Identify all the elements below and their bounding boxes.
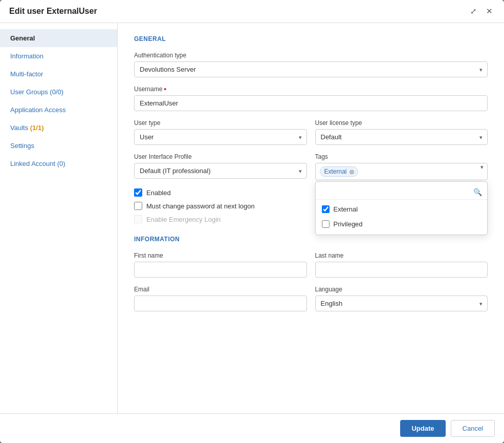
user-license-select-wrapper: Default (315, 129, 488, 145)
sidebar-label-linked-account: Linked Account (0) (10, 160, 65, 167)
main-content: GENERAL Authentication type Devolutions … (118, 23, 504, 413)
ui-profile-select[interactable]: Default (IT professional) (134, 163, 307, 179)
language-select-wrapper: English (315, 296, 488, 311)
sidebar-item-vaults[interactable]: Vaults (1/1) (0, 119, 117, 137)
tags-search-input[interactable] (321, 188, 474, 196)
modal-body: General Information Multi-factor User Gr… (0, 23, 504, 413)
auth-type-label: Authentication type (134, 52, 488, 59)
ui-profile-label: User Interface Profile (134, 153, 307, 160)
emergency-login-label: Enable Emergency Login (146, 216, 221, 223)
tag-privileged-option-label: Privileged (334, 220, 363, 228)
first-name-group: First name (134, 252, 307, 278)
auth-type-group: Authentication type Devolutions Server (134, 52, 488, 77)
change-password-label: Must change password at next logon (146, 202, 255, 210)
modal-header: Edit user ExternalUser ⤢ ✕ (0, 0, 504, 23)
language-label: Language (315, 286, 488, 293)
tag-external-remove[interactable]: ⊗ (349, 168, 355, 175)
user-type-group: User type User (134, 119, 307, 145)
sidebar-item-user-groups[interactable]: User Groups (0/0) (0, 83, 117, 101)
user-license-label: User license type (315, 119, 488, 126)
username-group: Username • (134, 86, 488, 111)
edit-user-modal: Edit user ExternalUser ⤢ ✕ General Infor… (0, 0, 504, 443)
username-input[interactable] (134, 95, 488, 111)
change-password-checkbox[interactable] (134, 202, 142, 210)
sidebar-item-general[interactable]: General (0, 29, 117, 47)
auth-type-select-wrapper: Devolutions Server (134, 61, 488, 77)
modal-title: Edit user ExternalUser (9, 7, 97, 16)
sidebar-label-information: Information (10, 52, 43, 60)
sidebar-item-multifactor[interactable]: Multi-factor (0, 65, 117, 83)
ui-profile-select-wrapper: Default (IT professional) (134, 163, 307, 179)
tag-option-external[interactable]: External (316, 202, 488, 217)
last-name-group: Last name (315, 252, 488, 278)
tags-dropdown: 🔍 External Privileged (315, 181, 488, 235)
tag-external-checkbox[interactable] (322, 205, 330, 213)
sidebar-item-application-access[interactable]: Application Access (0, 101, 117, 119)
close-button[interactable]: ✕ (484, 6, 495, 16)
user-type-select-wrapper: User (134, 129, 307, 145)
first-name-input[interactable] (134, 262, 307, 278)
tag-privileged-checkbox[interactable] (322, 220, 330, 228)
user-type-select[interactable]: User (134, 129, 307, 145)
username-required: • (164, 86, 166, 93)
email-label: Email (134, 286, 307, 293)
email-group: Email (134, 286, 307, 311)
tags-group: Tags External ⊗ 🔍 (315, 153, 488, 180)
sidebar-item-information[interactable]: Information (0, 47, 117, 65)
tags-label: Tags (315, 153, 488, 160)
tag-option-privileged[interactable]: Privileged (316, 217, 488, 231)
sidebar-label-settings: Settings (10, 142, 34, 150)
tags-search-bar: 🔍 (316, 185, 488, 200)
sidebar-label-general: General (10, 34, 35, 42)
sidebar-item-settings[interactable]: Settings (0, 137, 117, 155)
general-section-title: GENERAL (134, 35, 488, 43)
enabled-checkbox[interactable] (134, 188, 142, 197)
user-license-select[interactable]: Default (315, 129, 488, 145)
sidebar-label-user-groups: User Groups (0/0) (10, 88, 63, 96)
email-language-row: Email Language English (134, 286, 488, 320)
sidebar-label-application-access: Application Access (10, 106, 65, 114)
tag-external-label: External (324, 168, 347, 175)
email-input[interactable] (134, 296, 307, 311)
sidebar: General Information Multi-factor User Gr… (0, 23, 118, 413)
language-select[interactable]: English (315, 296, 488, 311)
header-actions: ⤢ ✕ (468, 6, 495, 16)
language-group: Language English (315, 286, 488, 311)
profile-tags-row: User Interface Profile Default (IT profe… (134, 153, 488, 188)
enabled-label: Enabled (146, 189, 171, 197)
tags-chevron (480, 163, 484, 170)
close-icon: ✕ (486, 7, 493, 15)
update-button[interactable]: Update (400, 420, 445, 437)
last-name-label: Last name (315, 252, 488, 259)
tag-external: External ⊗ (320, 166, 358, 177)
emergency-login-checkbox (134, 215, 142, 223)
cancel-button[interactable]: Cancel (451, 420, 495, 437)
last-name-input[interactable] (315, 262, 488, 278)
first-name-label: First name (134, 252, 307, 259)
vaults-badge: (1/1) (30, 124, 44, 132)
expand-button[interactable]: ⤢ (468, 6, 479, 16)
type-license-row: User type User User license type Default (134, 119, 488, 153)
modal-footer: Update Cancel (0, 413, 504, 443)
ui-profile-group: User Interface Profile Default (IT profe… (134, 153, 307, 180)
search-icon: 🔍 (473, 188, 482, 196)
name-row: First name Last name (134, 252, 488, 286)
auth-type-select[interactable]: Devolutions Server (134, 61, 488, 77)
user-license-group: User license type Default (315, 119, 488, 145)
user-type-label: User type (134, 119, 307, 126)
information-section-title: INFORMATION (134, 236, 488, 243)
username-label: Username • (134, 86, 488, 93)
expand-icon: ⤢ (470, 7, 477, 15)
sidebar-label-multifactor: Multi-factor (10, 70, 43, 78)
sidebar-label-vaults: Vaults (1/1) (10, 124, 44, 132)
sidebar-item-linked-account[interactable]: Linked Account (0) (0, 155, 117, 173)
tags-input[interactable]: External ⊗ (315, 163, 488, 180)
tag-external-option-label: External (334, 205, 358, 213)
